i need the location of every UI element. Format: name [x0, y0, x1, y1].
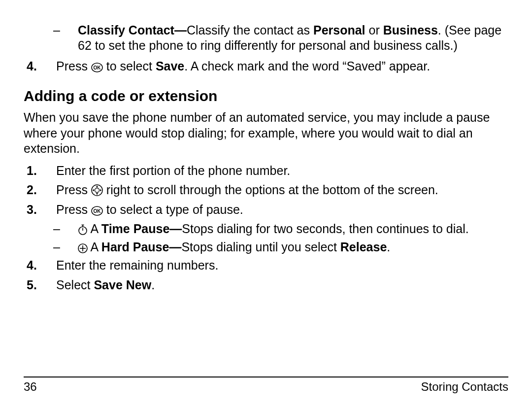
stopwatch-icon [78, 224, 88, 235]
svg-marker-5 [96, 193, 98, 195]
step-5: 5. Select Save New. [24, 277, 508, 293]
sub-text: A [91, 240, 101, 254]
intro-paragraph: When you save the phone number of an aut… [24, 110, 508, 156]
bullet-dash: – [53, 23, 78, 38]
time-pause-label: Time Pause— [101, 222, 182, 236]
classify-personal: Personal [313, 23, 366, 37]
step-text: Press [56, 203, 91, 216]
section-name: Storing Contacts [421, 379, 508, 394]
sub-text: A [91, 222, 101, 236]
step-number: 1. [24, 163, 56, 178]
step-2: 2. Press right to scroll through the opt… [24, 182, 508, 198]
step-4: 4. Enter the remaining numbers. [24, 258, 508, 273]
step-text: right to scroll through the options at t… [106, 183, 438, 197]
step-3b-hard-pause: – A Hard Pause—Stops dialing until you s… [24, 240, 508, 255]
classify-text-mid: or [366, 23, 383, 37]
svg-text:OK: OK [93, 208, 101, 214]
nav-icon [91, 184, 103, 196]
step-text: . A check mark and the word “Saved” appe… [184, 59, 430, 73]
step-text: Press [56, 59, 91, 73]
step-3: 3. Press OK to select a type of pause. [24, 202, 508, 217]
hard-pause-label: Hard Pause— [101, 240, 182, 254]
save-new-label: Save New [94, 278, 151, 292]
bullet-dash: – [53, 221, 78, 237]
step-number: 5. [24, 277, 56, 293]
save-label: Save [156, 59, 184, 73]
step-number: 2. [24, 182, 56, 198]
sub-text: Stops dialing for two seconds, then cont… [182, 222, 468, 236]
svg-point-3 [95, 188, 99, 193]
step-text: Select [56, 278, 94, 292]
step-text: to select [106, 59, 156, 73]
release-label: Release [340, 240, 387, 254]
page-footer: 36 Storing Contacts [24, 377, 508, 394]
page: – Classify Contact—Classify the contact … [0, 0, 532, 411]
classify-contact-item: – Classify Contact—Classify the contact … [24, 23, 508, 54]
section-heading: Adding a code or extension [24, 87, 508, 105]
svg-marker-4 [96, 186, 98, 188]
step-text: Enter the first portion of the phone num… [56, 163, 508, 178]
page-number: 36 [24, 379, 37, 394]
bullet-dash: – [53, 240, 78, 255]
svg-marker-6 [92, 189, 94, 191]
footer-rule [24, 377, 508, 377]
step-text: . [151, 278, 155, 292]
step-number: 4. [24, 258, 56, 273]
step-3a-time-pause: – A Time Pause—Stops dialing for two sec… [24, 221, 508, 237]
svg-text:OK: OK [93, 65, 101, 70]
step-number: 4. [24, 59, 56, 74]
hard-pause-icon [78, 243, 88, 253]
classify-text-pre: Classify the contact as [187, 23, 313, 37]
classify-period: . [438, 23, 441, 37]
classify-contact-label: Classify Contact— [78, 23, 187, 37]
step-1: 1. Enter the first portion of the phone … [24, 163, 508, 178]
step-text: Press [56, 183, 91, 197]
step-4-save: 4. Press OK to select Save. A check mark… [24, 59, 508, 74]
classify-business: Business [383, 23, 438, 37]
step-text: Enter the remaining numbers. [56, 258, 508, 273]
svg-marker-7 [100, 189, 102, 191]
sub-text: . [387, 240, 390, 254]
ok-icon: OK [91, 63, 103, 72]
ok-icon: OK [91, 206, 103, 216]
sub-text: Stops dialing until you select [181, 240, 340, 254]
step-text: to select a type of pause. [106, 203, 243, 216]
step-number: 3. [24, 202, 56, 217]
